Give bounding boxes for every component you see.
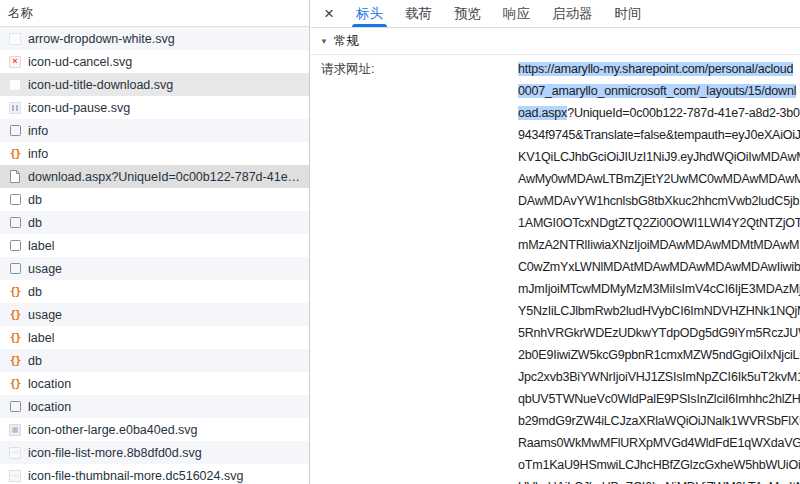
network-request-row[interactable]: {}label <box>0 326 309 349</box>
network-request-row[interactable]: db <box>0 188 309 211</box>
network-request-row[interactable]: db <box>0 211 309 234</box>
url-line: 5RnhVRGkrWDEzUDkwYTdpODg5dG9iYm5RczJUWlh <box>518 322 800 344</box>
network-request-row[interactable]: location <box>0 395 309 418</box>
braces-icon: {} <box>8 331 22 345</box>
url-line: 0007_amaryllo_onmicrosoft_com/_layouts/1… <box>518 80 800 102</box>
pause-icon <box>8 101 22 115</box>
url-line: 2b0E9IiwiZW5kcG9pbnR1cmxMZW5ndGgiOiIxNjc… <box>518 344 800 366</box>
url-line: KV1QiLCJhbGciOiJIUzI1NiJ9.eyJhdWQiOiIwMD… <box>518 146 800 168</box>
braces-icon: {} <box>8 147 22 161</box>
tab-payload[interactable]: 载荷 <box>398 0 439 27</box>
url-line: qbUV5TWNueVc0WldPalE9PSIsInZlciI6Imhhc2h… <box>518 388 800 410</box>
request-url-label: 请求网址: <box>311 58 518 484</box>
square-icon <box>8 124 22 138</box>
cancel-icon: × <box>8 55 22 69</box>
square-icon <box>8 400 22 414</box>
network-request-row[interactable]: arrow-dropdown-white.svg <box>0 27 309 50</box>
image-icon <box>8 32 22 46</box>
general-section-toggle[interactable]: ▼ 常规 <box>311 28 800 55</box>
request-name: icon-ud-title-download.svg <box>28 78 173 92</box>
network-request-row[interactable]: icon-ud-title-download.svg <box>0 73 309 96</box>
network-request-row[interactable]: ···icon-file-list-more.8b8dfd0d.svg <box>0 441 309 464</box>
url-selected-text: oad.aspx <box>518 106 567 120</box>
general-section-label: 常规 <box>334 33 359 50</box>
request-name: icon-other-large.e0ba40ed.svg <box>28 423 198 437</box>
network-request-row[interactable]: {}db <box>0 280 309 303</box>
network-rows-container: arrow-dropdown-white.svg×icon-ud-cancel.… <box>0 27 309 484</box>
request-name: db <box>28 354 42 368</box>
request-name: location <box>28 400 71 414</box>
request-name: icon-file-list-more.8b8dfd0d.svg <box>28 446 202 460</box>
tab-initiator[interactable]: 启动器 <box>545 0 600 27</box>
network-request-row[interactable]: ···icon-file-thumbnail-more.dc516024.svg <box>0 464 309 484</box>
url-line: HVhcHAiLCJhcHBpZCI6ImNiMDViZWM0LTAxMmItN <box>518 476 800 484</box>
details-tab-bar: × 标头载荷预览响应启动器时间 <box>311 0 800 28</box>
image-fill-icon: ▦ <box>8 423 22 437</box>
url-line: C0wZmYxLWNlMDAtMDAwMDAwMDAwMDAwIiwib <box>518 256 800 278</box>
request-name: location <box>28 377 71 391</box>
tab-preview[interactable]: 预览 <box>447 0 488 27</box>
square-icon <box>8 193 22 207</box>
square-icon <box>8 262 22 276</box>
network-request-list: 名称 arrow-dropdown-white.svg×icon-ud-canc… <box>0 0 310 484</box>
request-details-panel: × 标头载荷预览响应启动器时间 ▼ 常规 请求网址: https://amary… <box>311 0 800 484</box>
request-name: label <box>28 239 54 253</box>
request-name: db <box>28 285 42 299</box>
url-selected-text: 0007_amaryllo_onmicrosoft_com/_layouts/1… <box>518 84 796 98</box>
url-line: oad.aspx?UniqueId=0c00b122-787d-41e7-a8d… <box>518 102 800 124</box>
network-request-row[interactable]: info <box>0 119 309 142</box>
url-selected-text: https://amaryllo-my.sharepoint.com/perso… <box>518 62 793 76</box>
network-request-row[interactable]: label <box>0 234 309 257</box>
request-name: arrow-dropdown-white.svg <box>28 32 175 46</box>
network-request-row[interactable]: ×icon-ud-cancel.svg <box>0 50 309 73</box>
tabs-container: 标头载荷预览响应启动器时间 <box>345 0 653 27</box>
url-line: https://amaryllo-my.sharepoint.com/perso… <box>518 58 800 80</box>
network-request-row[interactable]: download.aspx?UniqueId=0c00b122-787d-41e… <box>0 165 309 188</box>
request-name: usage <box>28 308 62 322</box>
tab-timing[interactable]: 时间 <box>608 0 649 27</box>
request-name: label <box>28 331 54 345</box>
url-line: b29mdG9rZW4iLCJzaXRlaWQiOiJNalk1WVRSbFlX… <box>518 410 800 432</box>
url-line: Jpc2xvb3BiYWNrIjoiVHJ1ZSIsImNpZCI6Ik5uT2… <box>518 366 800 388</box>
image-icon <box>8 78 22 92</box>
braces-icon: {} <box>8 377 22 391</box>
request-name: info <box>28 147 48 161</box>
url-line: 9434f9745&Translate=false&tempauth=eyJ0e… <box>518 124 800 146</box>
network-request-row[interactable]: {}location <box>0 372 309 395</box>
tab-response[interactable]: 响应 <box>496 0 537 27</box>
request-name: db <box>28 193 42 207</box>
url-line: AwMy0wMDAwLTBmZjEtY2UwMC0wMDAwMDAwM <box>518 168 800 190</box>
tab-headers[interactable]: 标头 <box>349 0 390 27</box>
square-icon <box>8 239 22 253</box>
request-name: icon-file-thumbnail-more.dc516024.svg <box>28 469 243 483</box>
url-line: DAwMDAvYW1hcnlsbG8tbXkuc2hhcmVwb2ludC5jb… <box>518 190 800 212</box>
url-line: mJmIjoiMTcwMDMyMzM3MiIsImV4cCI6IjE3MDAzM… <box>518 278 800 300</box>
network-request-row[interactable]: {}usage <box>0 303 309 326</box>
disclosure-triangle-icon: ▼ <box>320 36 328 45</box>
doc-icon <box>8 170 22 184</box>
image-dots-icon: ··· <box>8 469 22 483</box>
network-request-row[interactable]: usage <box>0 257 309 280</box>
request-name: icon-ud-pause.svg <box>28 101 130 115</box>
url-line: Y5NzIiLCJlbmRwb2ludHVybCI6ImNDVHZHNk1NQj… <box>518 300 800 322</box>
url-line: Raams0WkMwMFlURXpMVGd4WldFdE1qWXdaVGR <box>518 432 800 454</box>
braces-icon: {} <box>8 354 22 368</box>
name-column-header[interactable]: 名称 <box>0 0 309 27</box>
url-line: mMzA2NTRlIiwiaXNzIjoiMDAwMDAwMDMtMDAwM <box>518 234 800 256</box>
square-icon <box>8 216 22 230</box>
braces-icon: {} <box>8 285 22 299</box>
close-details-button[interactable]: × <box>313 0 345 27</box>
network-request-row[interactable]: {}db <box>0 349 309 372</box>
image-dots-icon: ··· <box>8 446 22 460</box>
network-request-row[interactable]: icon-ud-pause.svg <box>0 96 309 119</box>
network-request-row[interactable]: {}info <box>0 142 309 165</box>
request-name: icon-ud-cancel.svg <box>28 55 132 69</box>
url-line: 1AMGI0OTcxNDgtZTQ2Zi00OWI1LWI4Y2QtNTZjOT… <box>518 212 800 234</box>
network-request-row[interactable]: ▦icon-other-large.e0ba40ed.svg <box>0 418 309 441</box>
url-line: oTm1KaU9HSmwiLCJhcHBfZGlzcGxheW5hbWUiOiJ… <box>518 454 800 476</box>
braces-icon: {} <box>8 308 22 322</box>
request-url-value[interactable]: https://amaryllo-my.sharepoint.com/perso… <box>518 58 800 484</box>
request-name: usage <box>28 262 62 276</box>
request-name: download.aspx?UniqueId=0c00b122-787d-41e… <box>28 170 300 184</box>
request-name: info <box>28 124 48 138</box>
